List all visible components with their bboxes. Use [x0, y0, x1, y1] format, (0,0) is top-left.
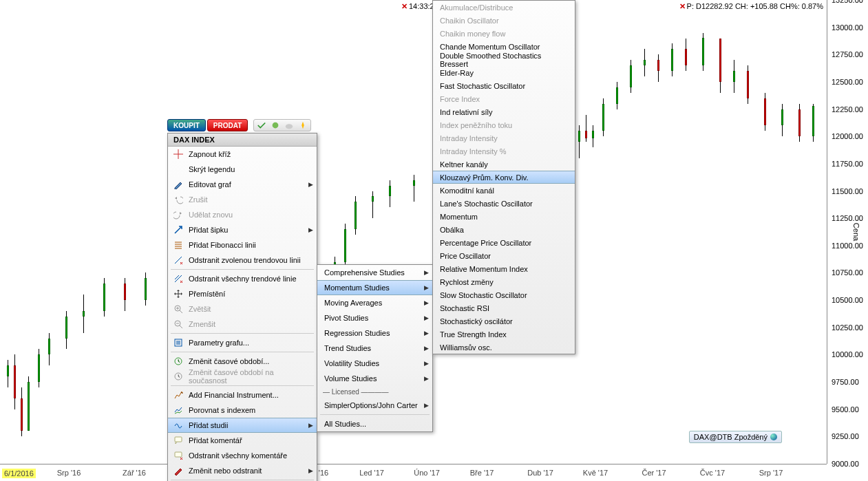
study-item-klouzav-pr-m-konv-div-[interactable]: Klouzavý Prům. Konv. Div.	[433, 171, 575, 184]
menu-item-label: Udělat znovu	[189, 211, 233, 219]
submenu-item-regression-studies[interactable]: Regression Studies▶	[317, 325, 432, 341]
study-item-ind-relativn-s-ly[interactable]: Ind relativní síly	[433, 105, 575, 118]
study-item-elder-ray[interactable]: Elder-Ray	[433, 66, 575, 79]
menu-item-label: Intraday Intensity %	[440, 147, 507, 156]
study-item-force-index: Force Index	[433, 92, 575, 105]
study-item-rychlost-zm-ny[interactable]: Rychlost změny	[433, 275, 575, 288]
study-item-slow-stochastic-oscillator[interactable]: Slow Stochastic Oscillator	[433, 288, 575, 301]
submenu-item-momentum-studies[interactable]: Momentum Studies▶	[317, 280, 432, 295]
study-item-keltner-kan-ly[interactable]: Keltner kanály	[433, 158, 575, 171]
submenu-item-comprehensive-studies[interactable]: Comprehensive Studies▶	[317, 265, 432, 280]
menu-item-label: Stochastický oscilátor	[440, 317, 513, 325]
globe-icon	[770, 434, 777, 440]
y-tick-label: 9000.00	[832, 460, 859, 468]
menu-item-zm-nit-asov-obdob-na-sou-asnos: Změnit časové období na současnost	[168, 369, 317, 384]
sell-button[interactable]: PRODAT	[207, 119, 248, 131]
menu-item-add-financial-instrument-[interactable]: Add Financial Instrument...	[168, 387, 317, 403]
submenu-item-trend-studies[interactable]: Trend Studies▶	[317, 341, 432, 356]
study-item-komoditn-kan-l[interactable]: Komoditní kanál	[433, 184, 575, 197]
chevron-right-icon: ▶	[308, 467, 313, 474]
menu-item-p-idat-fibonacci-linii[interactable]: Přidat Fibonacci linii	[168, 237, 317, 253]
submenu-item-volatility-studies[interactable]: Volatility Studies▶	[317, 356, 432, 371]
menu-item-label: Stochastic RSI	[440, 304, 489, 312]
menu-item-label: Změnit časové období na současnost	[189, 368, 304, 385]
study-item-percentage-price-oscillator[interactable]: Percentage Price Oscillator	[433, 236, 575, 249]
menu-item-label: Volume Studies	[324, 374, 377, 383]
menu-item-label: Chande Momentum Oscillator	[440, 43, 540, 51]
study-item-chaikin-oscillator: Chaikin Oscillator	[433, 14, 575, 27]
tool-icon-1[interactable]	[257, 120, 266, 130]
candle	[671, 43, 673, 76]
menu-item-zm-nit-nebo-odstranit[interactable]: Změnit nebo odstranit▶	[168, 463, 317, 478]
study-item-ob-lka[interactable]: Obálka	[433, 223, 575, 236]
study-item-intraday-intensity: Intraday Intensity	[433, 131, 575, 145]
chevron-right-icon: ▶	[424, 402, 429, 409]
candle	[38, 349, 40, 387]
study-item-stochastick-oscil-tor[interactable]: Stochastický oscilátor	[433, 314, 575, 328]
x-tick-label: Zář '16	[123, 469, 146, 477]
submenu-item-simpleroptions-john-carter[interactable]: SimplerOptions/John Carter▶	[317, 398, 432, 413]
menu-item-label: All Studies...	[324, 420, 366, 428]
close-icon: ✕	[401, 2, 407, 10]
menu-item-odstranit-v-echny-koment-e[interactable]: Odstranit všechny komentáře	[168, 448, 317, 463]
study-item-double-smoothed-stochastics-br[interactable]: Double Smoothed Stochastics Bressert	[433, 53, 575, 66]
candle	[83, 295, 85, 333]
svg-rect-8	[175, 452, 182, 457]
comment-icon	[172, 435, 184, 446]
tool-icon-4[interactable]	[298, 120, 308, 130]
y-tick-label: 11500.00	[832, 187, 863, 195]
menu-item-label: SimplerOptions/John Carter	[324, 401, 418, 409]
menu-item-odstranit-zvolenou-trendovou-l[interactable]: Odstranit zvolenou trendovou linii	[168, 253, 317, 268]
menu-item-label: Regression Studies	[324, 329, 390, 337]
tool-icon-3[interactable]	[284, 120, 294, 130]
submenu-item-moving-averages[interactable]: Moving Averages▶	[317, 295, 432, 310]
status-badge[interactable]: DAX@DTB Zpožděný	[689, 431, 782, 443]
menu-item-zapnout-k-[interactable]: Zapnout kříž	[168, 147, 317, 162]
menu-item-parametry-grafu-[interactable]: Parametry grafu...	[168, 335, 317, 350]
buy-button[interactable]: KOUPIT	[167, 119, 206, 131]
menu-item-label: True Strength Index	[440, 330, 507, 339]
trend-del-all-icon	[172, 273, 184, 284]
menu-item-p-em-st-n-[interactable]: Přemístění	[168, 286, 317, 301]
y-tick-label: 11250.00	[832, 214, 863, 222]
study-item-stochastic-rsi[interactable]: Stochastic RSI	[433, 301, 575, 314]
chevron-right-icon: ▶	[424, 299, 429, 306]
x-tick-label: Srp '16	[57, 469, 81, 477]
study-item-true-strength-index[interactable]: True Strength Index	[433, 328, 575, 341]
menu-item-editovat-graf[interactable]: Editovat graf▶	[168, 177, 317, 192]
period-now-icon	[172, 371, 184, 382]
menu-item-p-idat-studii[interactable]: Přidat studii▶	[168, 418, 317, 433]
candle	[389, 180, 391, 208]
menu-item-zm-nit-asov-obdob-[interactable]: Změnit časové období...	[168, 354, 317, 369]
menu-item-label: Přemístění	[189, 290, 225, 298]
menu-item-label: Editovat graf	[189, 180, 231, 189]
crosshair-icon	[172, 149, 184, 160]
menu-item-porovnat-s-indexem[interactable]: Porovnat s indexem	[168, 403, 317, 418]
study-item-fast-stochastic-oscillator[interactable]: Fast Stochastic Oscillator	[433, 79, 575, 92]
menu-item-label: Force Index	[440, 95, 480, 103]
study-item-relative-momentum-index[interactable]: Relative Momentum Index	[433, 262, 575, 275]
menu-item-p-idat-koment-[interactable]: Přidat komentář	[168, 433, 317, 448]
submenu-item-volume-studies[interactable]: Volume Studies▶	[317, 371, 432, 386]
submenu-momentum: Akumulace/DistribuceChaikin OscillatorCh…	[432, 0, 575, 354]
study-item-momentum[interactable]: Momentum	[433, 210, 575, 223]
submenu-item-all-studies-[interactable]: All Studies...	[317, 416, 432, 431]
study-item-price-oscillator[interactable]: Price Oscillator	[433, 249, 575, 262]
menu-item-label: Percentage Price Oscillator	[440, 239, 531, 247]
candle	[344, 224, 346, 267]
chevron-right-icon: ▶	[308, 181, 313, 188]
menu-item-zv-t-it: Zvětšit	[168, 301, 317, 317]
chevron-right-icon: ▶	[308, 422, 313, 429]
menu-item-label: Ind relativní síly	[440, 108, 492, 116]
menu-item-label: Skrýt legendu	[189, 165, 235, 173]
menu-item-p-idat-ipku[interactable]: Přidat šipku▶	[168, 222, 317, 237]
menu-item-skr-t-legendu[interactable]: Skrýt legendu	[168, 162, 317, 177]
study-item-lane-s-stochastic-oscillator[interactable]: Lane's Stochastic Oscillator	[433, 197, 575, 210]
menu-item-odstranit-v-echny-trendov-lini[interactable]: Odstranit všechny trendové linie	[168, 271, 317, 286]
study-item-williams-v-osc-[interactable]: Williamsův osc.	[433, 341, 575, 354]
submenu-item-pivot-studies[interactable]: Pivot Studies▶	[317, 310, 432, 325]
menu-item-ud-lat-znovu: Udělat znovu	[168, 207, 317, 222]
tool-icon-2[interactable]	[271, 120, 280, 130]
menu-item-label: Přidat studii	[189, 421, 228, 429]
menu-section-label: — Licensed ————	[317, 386, 432, 398]
